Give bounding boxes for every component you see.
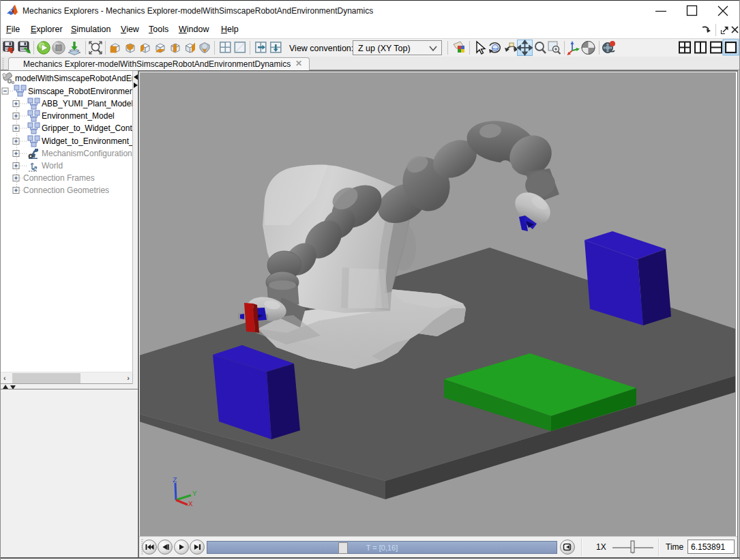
svg-text:Z up (XY Top): Z up (XY Top): [358, 44, 411, 53]
svg-text:Z: Z: [173, 476, 177, 484]
svg-text:X: X: [188, 500, 193, 508]
svg-text:Y: Y: [192, 490, 197, 498]
svg-text:View convention:: View convention:: [289, 44, 353, 53]
